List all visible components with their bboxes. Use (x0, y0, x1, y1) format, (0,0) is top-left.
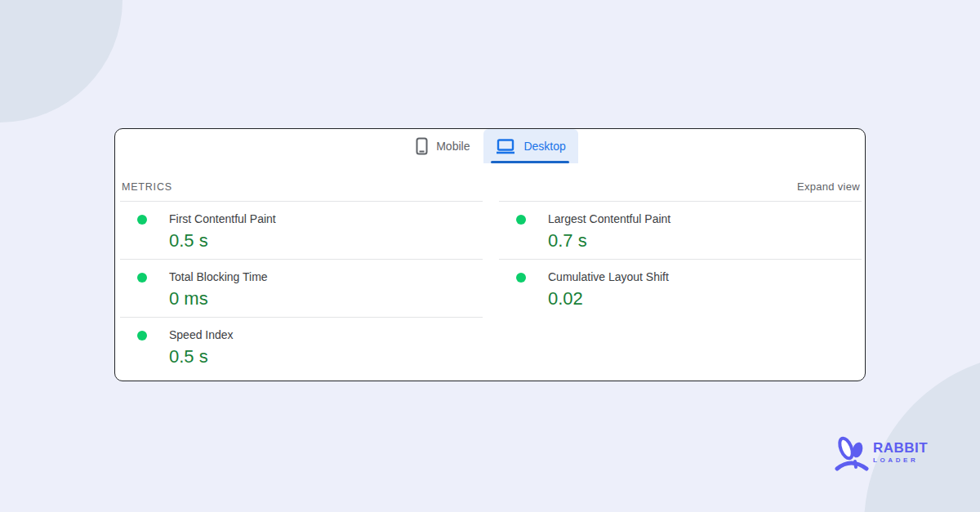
tab-desktop[interactable]: Desktop (483, 129, 577, 163)
metric-value: 0 ms (169, 288, 268, 309)
good-status-dot (516, 273, 526, 283)
metric-label: Cumulative Layout Shift (548, 270, 669, 283)
metric-row-cumulative-layout-shift: Cumulative Layout Shift 0.02 (499, 260, 862, 318)
good-status-dot (137, 273, 147, 283)
metric-label: Largest Contentful Paint (548, 212, 670, 225)
metric-label: Total Blocking Time (169, 270, 268, 283)
tab-mobile[interactable]: Mobile (402, 129, 483, 163)
logo-brand-subname: LOADER (873, 457, 928, 464)
decorative-circle-top-left (0, 0, 122, 122)
smartphone-icon (416, 137, 428, 155)
metrics-card: Mobile Desktop METRICS First Contentful … (114, 128, 866, 381)
decorative-circle-bottom-right (864, 354, 980, 512)
metric-row-total-blocking-time: Total Blocking Time 0 ms (120, 260, 483, 318)
metric-value: 0.5 s (169, 230, 276, 252)
rabbit-ears-icon (835, 434, 869, 471)
expand-view-container: Expand view (499, 163, 862, 202)
metric-value: 0.02 (548, 288, 669, 309)
metric-label: First Contentful Paint (169, 212, 276, 225)
logo-brand-name: RABBIT (873, 441, 928, 455)
expand-view-button[interactable]: Expand view (797, 180, 860, 193)
metrics-column-right: Expand view Largest Contentful Paint 0.7… (499, 163, 862, 381)
metric-label: Speed Index (169, 328, 234, 341)
rabbitloader-logo: RABBIT LOADER (835, 434, 928, 471)
metric-row-largest-contentful-paint: Largest Contentful Paint 0.7 s (499, 202, 862, 260)
device-tabs: Mobile Desktop (115, 129, 865, 163)
good-status-dot (137, 215, 147, 225)
metrics-column-left: METRICS First Contentful Paint 0.5 s Tot… (120, 163, 483, 381)
metrics-content: METRICS First Contentful Paint 0.5 s Tot… (120, 163, 862, 381)
metric-row-first-contentful-paint: First Contentful Paint 0.5 s (120, 202, 483, 260)
good-status-dot (137, 331, 147, 341)
metric-value: 0.7 s (548, 230, 670, 252)
tab-mobile-label: Mobile (436, 140, 470, 153)
metric-value: 0.5 s (169, 346, 234, 367)
laptop-icon (496, 137, 515, 155)
good-status-dot (516, 215, 526, 225)
tab-desktop-label: Desktop (523, 140, 565, 153)
metric-row-speed-index: Speed Index 0.5 s (120, 318, 483, 376)
metrics-title: METRICS (122, 181, 172, 193)
metrics-header: METRICS (120, 163, 483, 202)
